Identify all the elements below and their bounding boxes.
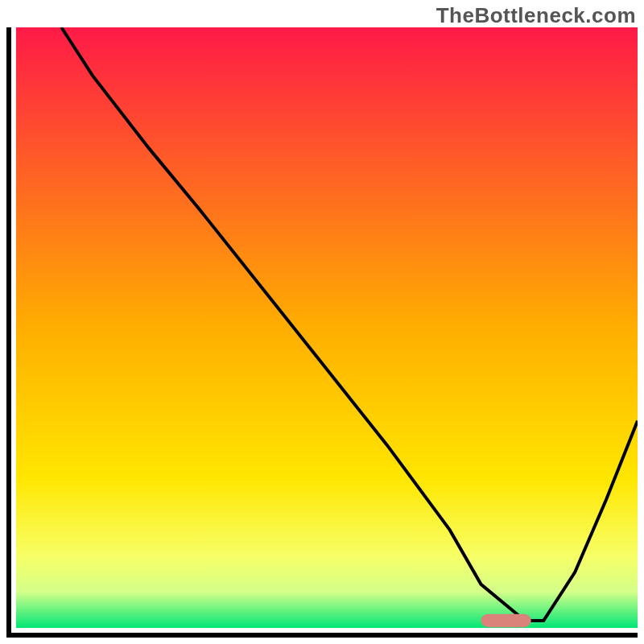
plot-area [6,27,638,638]
optimal-marker [481,614,531,628]
watermark-text: TheBottleneck.com [436,3,636,28]
gradient-background [16,27,638,628]
chart-svg [11,27,638,633]
chart-frame [6,27,638,638]
